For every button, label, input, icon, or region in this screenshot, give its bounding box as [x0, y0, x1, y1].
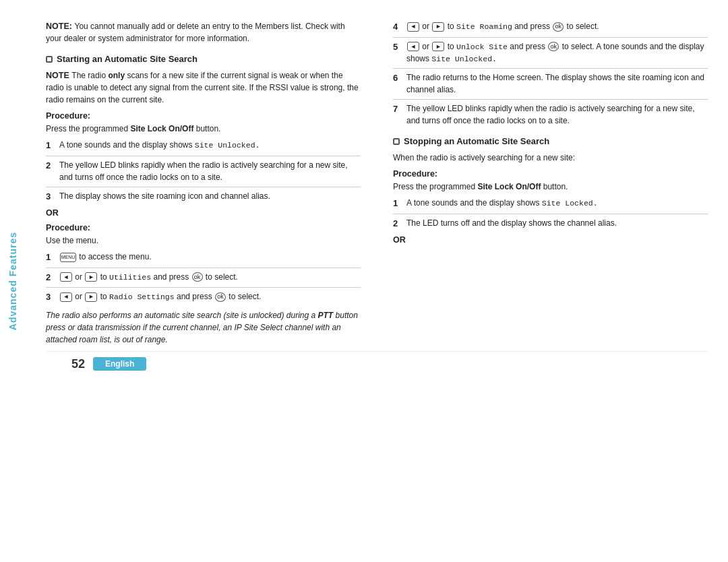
left-arrow-r5: ◄: [407, 42, 419, 51]
sidebar: Advanced Features: [0, 0, 26, 562]
ok-button-icon-2: ok: [215, 292, 226, 302]
section2-title: Stopping an Automatic Site Search: [404, 136, 549, 146]
note-text-top-content: You cannot manually add or delete an ent…: [46, 22, 345, 43]
step-1-2-text: The yellow LED blinks rapidly when the r…: [59, 159, 361, 183]
menu-button-icon: MENU: [60, 253, 76, 262]
procedure1-steps: 1 A tone sounds and the display shows Si…: [46, 139, 361, 203]
procedure1-label: Procedure:: [46, 111, 361, 121]
section1-note-text: The radio only scans for a new site if t…: [46, 71, 359, 104]
step-r-7-text: The yellow LED blinks rapidly when the r…: [406, 102, 708, 127]
right-steps-continued: 4 ◄ or ► to Site Roaming and press ok to…: [393, 20, 708, 127]
section2-proc-label: Procedure:: [393, 169, 708, 179]
procedure2-block: Procedure: Use the menu. 1 MENU to acces…: [46, 223, 361, 304]
step-r-4: 4 ◄ or ► to Site Roaming and press ok to…: [393, 20, 708, 34]
section1-heading: Starting an Automatic Site Search: [46, 54, 361, 64]
step-r-6-text: The radio returns to the Home screen. Th…: [406, 71, 708, 96]
left-arrow-icon-2: ◄: [60, 292, 72, 302]
step-2-2: 2 ◄ or ► to Utilities and press ok to se…: [46, 271, 361, 284]
language-badge: English: [93, 357, 146, 371]
step-r-5: 5 ◄ or ► to Unlock Site and press ok to …: [393, 40, 708, 65]
or-divider-right: OR: [393, 235, 708, 245]
sidebar-label: Advanced Features: [7, 232, 18, 330]
right-column: 4 ◄ or ► to Site Roaming and press ok to…: [386, 20, 708, 351]
section2-container: Stopping an Automatic Site Search When t…: [393, 136, 708, 245]
right-arrow-r5: ►: [432, 42, 444, 51]
procedure2-label: Procedure:: [46, 223, 361, 232]
ok-button-icon: ok: [192, 272, 203, 282]
right-arrow-icon: ►: [85, 272, 97, 282]
step-1-3-text: The display shows the site roaming icon …: [59, 190, 361, 202]
step-r-6: 6 The radio returns to the Home screen. …: [393, 71, 708, 96]
section2-procedure: Procedure: Press the programmed Site Loc…: [393, 169, 708, 230]
step-r-7: 7 The yellow LED blinks rapidly when the…: [393, 102, 708, 127]
section1-note-label: NOTE: [46, 71, 69, 80]
section1-icon: [46, 56, 53, 63]
step-1-1: 1 A tone sounds and the display shows Si…: [46, 139, 361, 152]
left-column: NOTE: You cannot manually add or delete …: [46, 20, 367, 351]
or-divider-1: OR: [46, 208, 361, 218]
section1-note: NOTE The radio only scans for a new site…: [46, 69, 361, 106]
section2-steps: 1 A tone sounds and the display shows Si…: [393, 197, 708, 230]
section2-intro: When the radio is actively searching for…: [393, 152, 708, 164]
step-1-2: 2 The yellow LED blinks rapidly when the…: [46, 159, 361, 183]
step-s2-2: 2 The LED turns off and the display show…: [393, 217, 708, 230]
step-2-3: 3 ◄ or ► to Radio Settings and press ok …: [46, 290, 361, 304]
ok-r4: ok: [553, 22, 564, 32]
section1-title: Starting an Automatic Site Search: [57, 54, 198, 64]
italic-note: The radio also performs an automatic sit…: [46, 309, 361, 346]
procedure2-steps: 1 MENU to access the menu. 2 ◄ or ►: [46, 251, 361, 304]
section2-icon: [393, 138, 400, 145]
procedure2-text: Use the menu.: [46, 235, 361, 247]
right-arrow-icon-2: ►: [85, 292, 97, 302]
step-1-3: 3 The display shows the site roaming ico…: [46, 190, 361, 204]
procedure1-block: Procedure: Press the programmed Site Loc…: [46, 111, 361, 203]
section2-heading: Stopping an Automatic Site Search: [393, 136, 708, 146]
left-arrow-r4: ◄: [407, 22, 419, 32]
ok-r5: ok: [548, 42, 559, 51]
step-s2-1: 1 A tone sounds and the display shows Si…: [393, 197, 708, 210]
step-s2-2-text: The LED turns off and the display shows …: [406, 217, 708, 229]
section2-proc-text: Press the programmed Site Lock On/Off bu…: [393, 181, 708, 193]
top-note: NOTE: You cannot manually add or delete …: [46, 20, 361, 44]
step-2-1: 1 MENU to access the menu.: [46, 251, 361, 264]
note-label-top: NOTE:: [46, 22, 72, 31]
procedure1-text: Press the programmed Site Lock On/Off bu…: [46, 123, 361, 135]
footer: 52 English: [46, 351, 708, 377]
page-number: 52: [71, 357, 85, 371]
left-arrow-icon: ◄: [60, 272, 72, 282]
right-arrow-r4: ►: [432, 22, 444, 32]
